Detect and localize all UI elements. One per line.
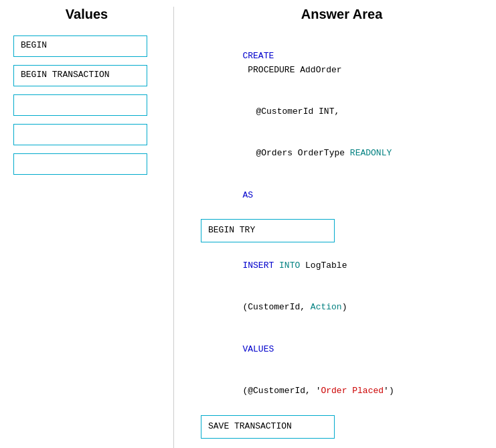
value-box-empty-2[interactable] [13,124,147,145]
right-panel: Answer Area CREATE PROCEDURE AddOrder @C… [187,7,496,448]
values-pre: (@CustomerId, ' [242,386,321,396]
orders-param: @Orders OrderType [256,148,349,158]
value-box-begin[interactable]: BEGIN [13,35,147,57]
save-transaction-label: SAVE TRANSACTION [208,421,292,431]
code-line-1: CREATE PROCEDURE AddOrder [201,35,483,91]
code-line-2: @CustomerId INT, [214,91,483,133]
create-keyword: CREATE [242,51,274,61]
code-line-values-data: (@CustomerId, 'Order Placed') [201,370,483,412]
logtable-text: LogTable [300,260,347,271]
values-post: ') [384,386,394,396]
as-keyword: AS [242,190,253,200]
values-kw-1: VALUES [242,344,274,354]
code-line-as: AS [201,175,483,216]
code-line-insert2: INSERT INTO Orders [214,441,483,448]
begin-try-label: BEGIN TRY [208,225,255,235]
code-line-values1: VALUES [201,329,483,370]
into-kw-1: INTO [274,260,300,271]
value-box-begin-transaction[interactable]: BEGIN TRANSACTION [13,65,147,86]
order-placed-str: Order Placed [321,386,384,396]
code-line-3: @Orders OrderType READONLY [214,133,483,175]
left-panel-title: Values [13,7,160,22]
value-box-begin-label: BEGIN [21,40,47,50]
action-kw: Action [311,302,342,312]
cols-end: ) [342,302,347,312]
left-panel: Values BEGIN BEGIN TRANSACTION [0,7,174,448]
insert-kw-1: INSERT [242,260,274,271]
answer-box-save-transaction[interactable]: SAVE TRANSACTION [201,415,335,439]
drag-dots [174,7,187,448]
code-area: CREATE PROCEDURE AddOrder @CustomerId IN… [201,35,483,448]
main-container: Values BEGIN BEGIN TRANSACTION Answer Ar… [0,0,496,448]
answer-box-begin-try[interactable]: BEGIN TRY [201,219,335,242]
value-box-empty-3[interactable] [13,153,147,175]
cols-text: (CustomerId, [242,302,310,312]
value-box-empty-1[interactable] [13,94,147,116]
code-line-insert1: INSERT INTO LogTable [201,245,483,287]
value-box-begin-transaction-label: BEGIN TRANSACTION [21,70,110,80]
right-panel-title: Answer Area [201,7,483,22]
readonly-keyword: READONLY [350,148,392,158]
procedure-keyword: PROCEDURE AddOrder [242,65,341,75]
customerid-param: @CustomerId INT, [256,106,339,117]
code-line-cols: (CustomerId, Action) [201,287,483,329]
